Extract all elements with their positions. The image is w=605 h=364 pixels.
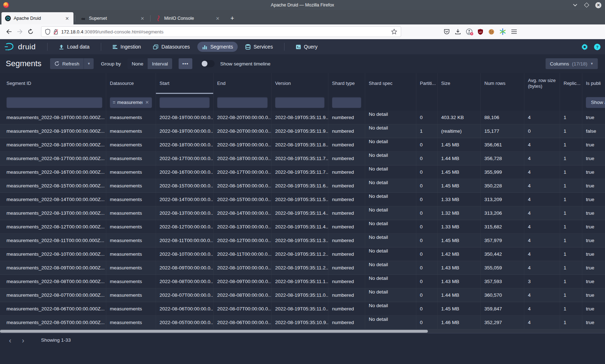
table-row[interactable]: measurements_2022-08-19T00:00:00.000Z...… — [0, 111, 605, 124]
cell-shard_spec: No detail — [365, 302, 416, 315]
column-header-datasource[interactable]: Datasource — [106, 73, 156, 94]
cell-datasource: measurements — [106, 247, 156, 261]
nav-item-services[interactable]: Services — [241, 42, 278, 52]
bookmark-star-icon[interactable] — [391, 29, 397, 35]
nav-item-datasources[interactable]: Datasources — [148, 42, 194, 52]
more-options-button[interactable]: ••• — [179, 58, 192, 69]
tab-close-icon[interactable]: ✕ — [215, 16, 220, 21]
downloads-icon[interactable] — [455, 29, 461, 35]
new-tab-button[interactable]: + — [228, 15, 237, 22]
table-row[interactable]: measurements_2022-08-09T00:00:00.000Z...… — [0, 261, 605, 275]
cell-start: 2022-08-19T00:00:00.0... — [156, 124, 214, 138]
hamburger-menu-icon[interactable] — [511, 29, 517, 34]
asterisk-extension-icon[interactable] — [499, 28, 506, 35]
cell-replication: 1 — [560, 275, 582, 288]
horizontal-scrollbar[interactable] — [0, 329, 605, 333]
filter-input-segment_id[interactable] — [6, 97, 102, 108]
tab-minio-console[interactable]: MinIO Console ✕ — [152, 12, 224, 24]
published-filter-dropdown[interactable]: Show all — [586, 97, 605, 108]
pocket-icon[interactable] — [444, 29, 450, 35]
ublock-origin-icon[interactable]: uO — [478, 29, 483, 35]
column-header-start[interactable]: Start — [156, 73, 214, 94]
group-by-interval-button[interactable]: Interval — [148, 58, 172, 69]
help-icon[interactable]: ? — [594, 44, 601, 50]
url-input[interactable]: 172.18.0.4:30899/unified-console.html#se… — [41, 26, 401, 37]
cell-is_published: true — [582, 111, 605, 124]
filter-cell-shard_spec — [365, 94, 416, 111]
window-close-icon[interactable]: ✕ — [595, 2, 601, 8]
column-header-shard_type[interactable]: Shard type — [328, 73, 365, 94]
nav-item-ingestion[interactable]: Ingestion — [108, 42, 146, 52]
next-page-icon[interactable]: › — [18, 337, 28, 344]
cell-avg_row_size: 4 — [524, 261, 560, 274]
forward-icon[interactable] — [14, 26, 25, 37]
cell-shard_type: numbered — [328, 165, 365, 179]
datasource-filter-value: measurements — [117, 100, 143, 105]
filter-input-datasource[interactable]: =measurements✕ — [110, 97, 152, 108]
tab-apache-druid[interactable]: Apache Druid ✕ — [1, 12, 73, 24]
table-row[interactable]: measurements_2022-08-15T00:00:00.000Z...… — [0, 179, 605, 193]
group-by-none-button[interactable]: None — [127, 58, 148, 69]
window-minimize-icon[interactable] — [572, 2, 578, 8]
cell-size: 1.45 MB — [438, 234, 481, 247]
cell-version: 2022-08-19T05:35:11.2... — [272, 247, 328, 261]
table-row[interactable]: measurements_2022-08-13T00:00:00.000Z...… — [0, 206, 605, 220]
tab-close-icon[interactable]: ✕ — [64, 16, 70, 21]
table-row[interactable]: measurements_2022-08-19T00:00:00.000Z...… — [0, 124, 605, 138]
table-row[interactable]: measurements_2022-08-18T00:00:00.000Z...… — [0, 138, 605, 152]
columns-button[interactable]: Columns (17/18) ▼ — [546, 58, 598, 69]
tab-superset[interactable]: ∞ Superset ✕ — [77, 12, 149, 24]
filter-cell-end — [214, 94, 272, 111]
shield-icon[interactable] — [45, 29, 50, 35]
table-row[interactable]: measurements_2022-08-08T00:00:00.000Z...… — [0, 275, 605, 288]
window-maximize-icon[interactable] — [584, 2, 590, 8]
table-row[interactable]: measurements_2022-08-07T00:00:00.000Z...… — [0, 288, 605, 302]
column-header-version[interactable]: Version — [272, 73, 328, 94]
druid-logo[interactable]: druid — [4, 42, 36, 51]
extension-disabled-icon[interactable] — [466, 28, 472, 35]
table-row[interactable]: measurements_2022-08-10T00:00:00.000Z...… — [0, 247, 605, 261]
refresh-dropdown-button[interactable]: ▼ — [84, 58, 94, 69]
column-header-partition[interactable]: Partiti... — [416, 73, 438, 94]
insecure-lock-icon[interactable] — [53, 29, 58, 35]
url-toolbar: 172.18.0.4:30899/unified-console.html#se… — [0, 24, 605, 39]
table-row[interactable]: measurements_2022-08-17T00:00:00.000Z...… — [0, 152, 605, 165]
clear-filter-icon[interactable]: ✕ — [145, 100, 149, 105]
scrollbar-thumb[interactable] — [0, 330, 428, 333]
cell-shard_type: numbered — [328, 234, 365, 247]
nav-item-query[interactable]: Query — [291, 42, 322, 52]
table-row[interactable]: measurements_2022-08-11T00:00:00.000Z...… — [0, 234, 605, 247]
prev-page-icon[interactable]: ‹ — [5, 337, 15, 344]
filter-input-end[interactable] — [217, 97, 268, 108]
refresh-button[interactable]: Refresh — [50, 58, 84, 69]
cell-segment_id: measurements_2022-08-13T00:00:00.000Z... — [3, 206, 106, 220]
segment-timeline-toggle[interactable] — [201, 60, 215, 67]
column-header-is_published[interactable]: Is publi — [582, 73, 605, 94]
table-row[interactable]: measurements_2022-08-12T00:00:00.000Z...… — [0, 220, 605, 234]
filter-input-start[interactable] — [160, 97, 210, 108]
filter-input-shard_type[interactable] — [332, 97, 361, 108]
nav-item-segments[interactable]: Segments — [197, 42, 238, 52]
cookie-icon[interactable] — [488, 29, 494, 35]
column-header-size[interactable]: Size — [438, 73, 481, 94]
column-header-segment_id[interactable]: Segment ID — [3, 73, 106, 94]
table-row[interactable]: measurements_2022-08-16T00:00:00.000Z...… — [0, 165, 605, 179]
settings-gear-icon[interactable] — [581, 44, 588, 50]
column-header-num_rows[interactable]: Num rows — [481, 73, 524, 94]
back-icon[interactable] — [4, 26, 14, 37]
cell-shard_spec: No detail — [365, 206, 416, 220]
column-header-shard_spec[interactable]: Shard spec — [365, 73, 416, 94]
table-row[interactable]: measurements_2022-08-05T00:00:00.000Z...… — [0, 316, 605, 329]
cell-replication: 1 — [560, 288, 582, 302]
reload-icon[interactable] — [25, 26, 36, 37]
table-row[interactable]: measurements_2022-08-14T00:00:00.000Z...… — [0, 193, 605, 206]
nav-item-load-data[interactable]: Load data — [54, 42, 94, 52]
tab-close-icon[interactable]: ✕ — [140, 16, 145, 21]
filter-cell-datasource: =measurements✕ — [106, 94, 156, 111]
filter-input-version[interactable] — [275, 97, 324, 108]
table-row[interactable]: measurements_2022-08-06T00:00:00.000Z...… — [0, 302, 605, 316]
pagination-footer: ‹ › Showing 1-33 — [0, 333, 605, 347]
column-header-end[interactable]: End — [214, 73, 272, 94]
column-header-replication[interactable]: Replic... — [560, 73, 582, 94]
column-header-avg_row_size[interactable]: Avg. row size (bytes) — [524, 73, 560, 94]
